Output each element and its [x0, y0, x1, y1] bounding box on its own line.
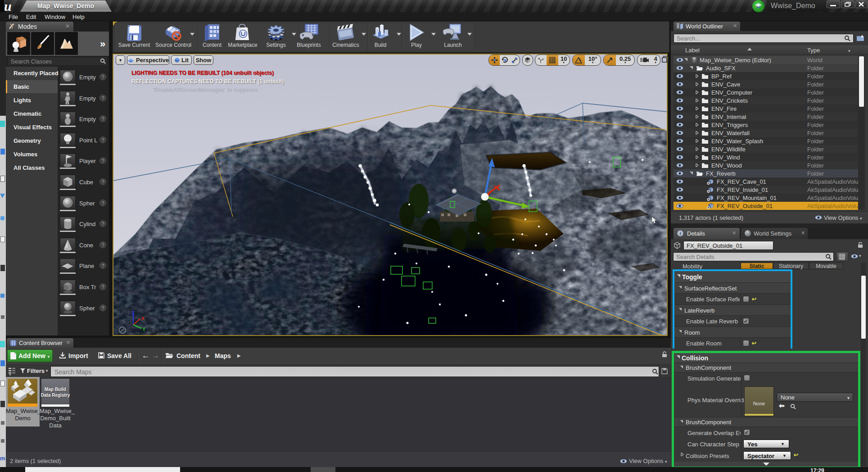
svg-text:Y: Y [142, 327, 146, 332]
svg-text:X: X [141, 316, 145, 321]
svg-text:Z: Z [131, 310, 135, 316]
